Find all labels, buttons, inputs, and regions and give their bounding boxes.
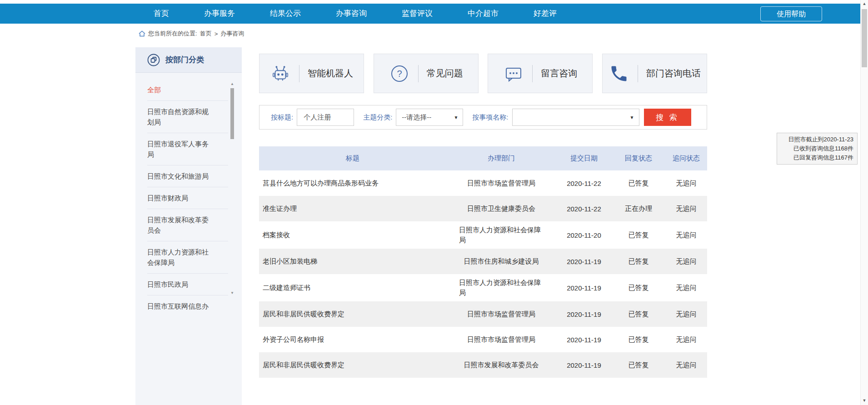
sidebar-item-human-resources[interactable]: 日照市人力资源和社会保障局 bbox=[147, 241, 228, 274]
card-divider bbox=[418, 65, 419, 82]
nav-item-supervision[interactable]: 监督评议 bbox=[402, 4, 433, 24]
item-name-select[interactable]: ▼ bbox=[512, 109, 639, 126]
page-scroll-up-icon[interactable]: ▲ bbox=[861, 0, 868, 7]
row-title[interactable]: 准生证办理 bbox=[259, 205, 446, 213]
page-scrollbar[interactable]: ▲ ▼ bbox=[860, 0, 868, 405]
row-follow-status: 无追问 bbox=[665, 361, 707, 370]
robot-icon bbox=[270, 64, 291, 83]
nav-item-consult[interactable]: 办事咨询 bbox=[336, 4, 367, 24]
row-dept: 日照市人力资源和社会保障局 bbox=[446, 274, 556, 301]
title-search-label: 按标题: bbox=[271, 113, 293, 122]
breadcrumb: 您当前所在的位置: 首页 > 办事咨询 bbox=[139, 30, 244, 38]
page-scroll-thumb[interactable] bbox=[862, 9, 867, 67]
row-title[interactable]: 居民和非居民供暖收费界定 bbox=[259, 361, 446, 370]
chevron-down-icon: ▼ bbox=[454, 115, 458, 120]
row-reply-status: 已答复 bbox=[612, 257, 665, 266]
row-title[interactable]: 老旧小区加装电梯 bbox=[259, 257, 446, 266]
sidebar-scrollbar[interactable]: ▲ ▼ bbox=[229, 82, 235, 295]
row-dept: 日照市卫生健康委员会 bbox=[446, 200, 556, 217]
message-icon bbox=[503, 65, 524, 83]
sidebar-title: 按部门分类 bbox=[165, 55, 204, 65]
category-icon bbox=[147, 54, 160, 66]
sidebar-item-civil-affairs[interactable]: 日照市民政局 bbox=[147, 274, 228, 295]
chevron-down-icon: ▼ bbox=[630, 115, 634, 120]
row-dept: 日照市市场监督管理局 bbox=[446, 331, 556, 348]
faq-label: 常见问题 bbox=[427, 67, 463, 80]
breadcrumb-home-link[interactable]: 首页 bbox=[200, 30, 212, 38]
row-reply-status: 已答复 bbox=[612, 310, 665, 319]
row-reply-status: 已答复 bbox=[612, 179, 665, 188]
row-date: 2020-11-22 bbox=[556, 205, 612, 213]
row-follow-status: 无追问 bbox=[665, 205, 707, 213]
row-follow-status: 无追问 bbox=[665, 310, 707, 319]
search-button[interactable]: 搜 索 bbox=[644, 109, 691, 126]
row-title[interactable]: 外资子公司名称申报 bbox=[259, 335, 446, 344]
col-header-title: 标题 bbox=[259, 154, 446, 163]
row-date: 2020-11-19 bbox=[556, 361, 612, 369]
row-reply-status: 已答复 bbox=[612, 361, 665, 370]
item-name-label: 按事项名称: bbox=[472, 113, 508, 122]
sidebar-item-all[interactable]: 全部 bbox=[147, 79, 228, 101]
phone-icon bbox=[609, 64, 629, 84]
sidebar-scroll-down-icon[interactable]: ▼ bbox=[229, 291, 235, 295]
table-row[interactable]: 准生证办理 日照市卫生健康委员会 2020-11-22 正在办理 无追问 bbox=[259, 196, 707, 221]
consultation-table: 标题 办理部门 提交日期 回复状态 追问状态 莒县什么地方可以办理商品条形码业务… bbox=[259, 146, 707, 378]
row-date: 2020-11-20 bbox=[556, 231, 612, 239]
row-title[interactable]: 档案接收 bbox=[259, 231, 446, 240]
topic-selected-value: --请选择-- bbox=[402, 113, 431, 122]
table-row[interactable]: 档案接收 日照市人力资源和社会保障局 2020-11-20 已答复 无追问 bbox=[259, 221, 707, 249]
row-follow-status: 无追问 bbox=[665, 257, 707, 266]
smart-robot-card[interactable]: 智能机器人 bbox=[259, 54, 364, 93]
stats-line-replied: 已回复咨询信息1167件 bbox=[781, 153, 853, 162]
nav-item-agency-market[interactable]: 中介超市 bbox=[468, 4, 499, 24]
card-divider bbox=[299, 65, 299, 82]
table-header: 标题 办理部门 提交日期 回复状态 追问状态 bbox=[259, 146, 707, 170]
faq-card[interactable]: ? 常见问题 bbox=[374, 54, 479, 93]
nav-item-home[interactable]: 首页 bbox=[154, 4, 169, 24]
row-date: 2020-11-19 bbox=[556, 310, 612, 318]
row-follow-status: 无追问 bbox=[665, 284, 707, 292]
row-title[interactable]: 莒县什么地方可以办理商品条形码业务 bbox=[259, 179, 446, 188]
nav-item-rating[interactable]: 好差评 bbox=[534, 4, 557, 24]
phone-consult-card[interactable]: 部门咨询电话 bbox=[602, 54, 707, 93]
nav-item-services[interactable]: 办事服务 bbox=[204, 4, 235, 24]
page-scroll-down-icon[interactable]: ▼ bbox=[861, 397, 868, 404]
table-row[interactable]: 老旧小区加装电梯 日照市住房和城乡建设局 2020-11-19 已答复 无追问 bbox=[259, 249, 707, 274]
sidebar-item-natural-resources[interactable]: 日照市自然资源和规划局 bbox=[147, 101, 228, 133]
row-reply-status: 正在办理 bbox=[612, 205, 665, 213]
topic-category-select[interactable]: --请选择-- ▼ bbox=[396, 109, 463, 126]
stats-line-received: 已收到咨询信息1168件 bbox=[781, 144, 853, 153]
sidebar-item-veterans-affairs[interactable]: 日照市退役军人事务局 bbox=[147, 133, 228, 165]
row-dept: 日照市人力资源和社会保障局 bbox=[446, 221, 556, 249]
title-search-input[interactable] bbox=[297, 109, 354, 126]
table-row[interactable]: 莒县什么地方可以办理商品条形码业务 日照市市场监督管理局 2020-11-22 … bbox=[259, 170, 707, 196]
top-navbar: 首页 办事服务 结果公示 办事咨询 监督评议 中介超市 好差评 使用帮助 bbox=[0, 4, 860, 24]
department-list: 全部 日照市自然资源和规划局 日照市退役军人事务局 日照市文化和旅游局 日照市财… bbox=[135, 73, 242, 317]
smart-robot-label: 智能机器人 bbox=[308, 67, 353, 80]
row-date: 2020-11-19 bbox=[556, 284, 612, 292]
sidebar-scroll-up-icon[interactable]: ▲ bbox=[229, 82, 235, 86]
sidebar-item-finance[interactable]: 日照市财政局 bbox=[147, 187, 228, 209]
nav-menu: 首页 办事服务 结果公示 办事咨询 监督评议 中介超市 好差评 bbox=[0, 4, 557, 24]
row-title[interactable]: 二级建造师证书 bbox=[259, 284, 446, 292]
row-title[interactable]: 居民和非居民供暖收费界定 bbox=[259, 310, 446, 319]
sidebar-item-development-reform[interactable]: 日照市发展和改革委员会 bbox=[147, 209, 228, 241]
sidebar-item-culture-tourism[interactable]: 日照市文化和旅游局 bbox=[147, 165, 228, 187]
sidebar-header: 按部门分类 bbox=[135, 47, 242, 73]
row-date: 2020-11-22 bbox=[556, 180, 612, 187]
row-dept: 日照市住房和城乡建设局 bbox=[446, 253, 556, 270]
col-header-reply: 回复状态 bbox=[612, 154, 665, 163]
leave-message-card[interactable]: 留言咨询 bbox=[488, 54, 593, 93]
help-button[interactable]: 使用帮助 bbox=[760, 6, 822, 21]
question-icon: ? bbox=[389, 65, 410, 83]
table-row[interactable]: 二级建造师证书 日照市人力资源和社会保障局 2020-11-19 已答复 无追问 bbox=[259, 274, 707, 301]
table-row[interactable]: 居民和非居民供暖收费界定 日照市市场监督管理局 2020-11-19 已答复 无… bbox=[259, 301, 707, 327]
table-row[interactable]: 居民和非居民供暖收费界定 日照市发展和改革委员会 2020-11-19 已答复 … bbox=[259, 352, 707, 378]
row-date: 2020-11-19 bbox=[556, 258, 612, 265]
table-row[interactable]: 外资子公司名称申报 日照市市场监督管理局 2020-11-19 已答复 无追问 bbox=[259, 327, 707, 352]
col-header-date: 提交日期 bbox=[556, 154, 612, 163]
sidebar-item-internet-info[interactable]: 日照市互联网信息办 bbox=[147, 295, 228, 317]
sidebar-scroll-thumb[interactable] bbox=[230, 88, 234, 139]
nav-item-results[interactable]: 结果公示 bbox=[270, 4, 301, 24]
row-dept: 日照市发展和改革委员会 bbox=[446, 356, 556, 374]
